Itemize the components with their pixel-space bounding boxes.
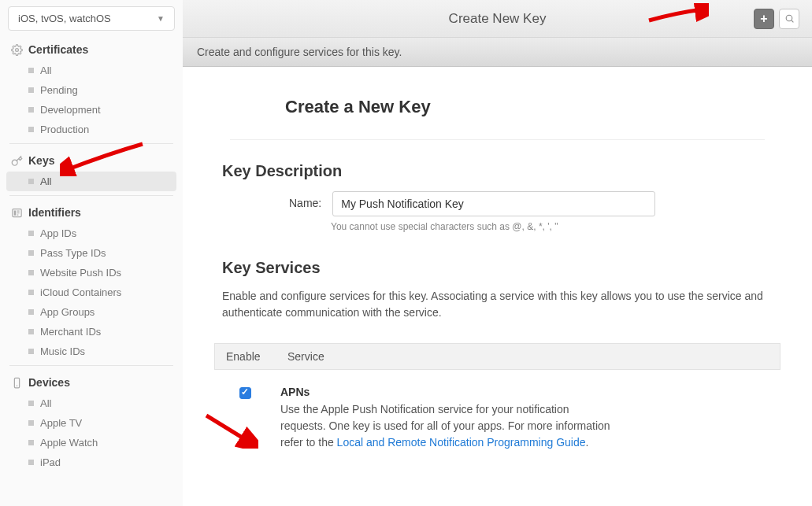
nav-item-devices-applewatch[interactable]: Apple Watch: [0, 433, 183, 452]
search-button[interactable]: [779, 9, 799, 29]
section-key-services-title: Key Services: [214, 259, 780, 288]
platform-label: iOS, tvOS, watchOS: [18, 13, 111, 24]
service-description: Use the Apple Push Notification service …: [280, 401, 611, 451]
nav-item-certificates-production[interactable]: Production: [0, 120, 183, 139]
content-area: Create a New Key Key Description Name: Y…: [183, 67, 812, 506]
section-devices[interactable]: Devices: [0, 370, 183, 393]
bullet-icon: [28, 270, 34, 275]
bullet-icon: [28, 127, 34, 132]
bullet-icon: [28, 349, 34, 354]
page-heading: Create a New Key: [214, 67, 780, 139]
divider: [9, 143, 173, 144]
bullet-icon: [28, 440, 34, 445]
nav-item-pass-type-ids[interactable]: Pass Type IDs: [0, 243, 183, 263]
add-button[interactable]: +: [754, 9, 774, 29]
bullet-icon: [28, 401, 34, 406]
bullet-icon: [28, 107, 34, 113]
col-enable: Enable: [226, 350, 265, 363]
bullet-icon: [28, 309, 34, 315]
main-panel: Create New Key + Create and configure se…: [183, 0, 812, 506]
svg-point-4: [786, 15, 792, 21]
topbar: Create New Key +: [183, 0, 812, 38]
service-name: APNs: [280, 386, 769, 398]
nav-item-devices-all[interactable]: All: [0, 393, 183, 413]
section-title: Devices: [28, 376, 70, 389]
name-label: Name:: [289, 191, 321, 209]
bullet-icon: [28, 329, 34, 334]
nav-item-keys-all[interactable]: All: [6, 172, 176, 191]
bullet-icon: [28, 460, 34, 465]
key-services-description: Enable and configure services for this k…: [214, 288, 780, 335]
bullet-icon: [28, 87, 34, 93]
chevron-down-icon: ▼: [157, 14, 165, 23]
search-icon: [784, 13, 795, 24]
nav-item-icloud-containers[interactable]: iCloud Containers: [0, 283, 183, 302]
sub-header: Create and configure services for this k…: [183, 38, 812, 67]
nav-item-app-groups[interactable]: App Groups: [0, 302, 183, 322]
nav-item-app-ids[interactable]: App IDs: [0, 223, 183, 243]
nav-item-website-push-ids[interactable]: Website Push IDs: [0, 263, 183, 283]
section-keys[interactable]: Keys: [0, 148, 183, 172]
plus-icon: +: [760, 12, 767, 26]
nav-item-certificates-development[interactable]: Development: [0, 100, 183, 120]
nav-item-certificates-pending[interactable]: Pending: [0, 80, 183, 100]
programming-guide-link[interactable]: Local and Remote Notification Programmin…: [337, 436, 586, 449]
sidebar: iOS, tvOS, watchOS ▼ Certificates All Pe…: [0, 0, 183, 506]
nav-item-music-ids[interactable]: Music IDs: [0, 342, 183, 361]
nav-item-merchant-ids[interactable]: Merchant IDs: [0, 322, 183, 342]
bullet-icon: [28, 250, 34, 256]
bullet-icon: [28, 231, 34, 236]
service-row-apns: APNs Use the Apple Push Notification ser…: [214, 370, 780, 457]
key-icon: [11, 155, 23, 167]
platform-dropdown[interactable]: iOS, tvOS, watchOS ▼: [8, 6, 175, 31]
device-icon: [11, 377, 23, 389]
divider: [9, 365, 173, 366]
nav-item-certificates-all[interactable]: All: [0, 61, 183, 80]
svg-point-0: [16, 48, 19, 51]
services-table-header: Enable Service: [214, 343, 780, 370]
bullet-icon: [28, 179, 34, 184]
name-hint: You cannot use special characters such a…: [214, 216, 780, 232]
bullet-icon: [28, 290, 34, 295]
nav-item-devices-appletv[interactable]: Apple TV: [0, 413, 183, 433]
col-service: Service: [287, 350, 324, 363]
name-input[interactable]: [332, 191, 655, 216]
nav-item-devices-ipad[interactable]: iPad: [0, 452, 183, 472]
bullet-icon: [28, 68, 34, 73]
id-icon: [11, 207, 23, 219]
bullet-icon: [28, 420, 34, 426]
divider: [230, 139, 765, 140]
section-certificates[interactable]: Certificates: [0, 37, 183, 61]
section-identifiers[interactable]: Identifiers: [0, 200, 183, 223]
page-title: Create New Key: [449, 11, 547, 27]
section-title: Certificates: [28, 43, 88, 56]
section-title: Keys: [28, 154, 54, 167]
divider: [9, 195, 173, 196]
section-title: Identifiers: [28, 206, 81, 219]
section-key-description-title: Key Description: [214, 162, 780, 191]
svg-line-5: [791, 20, 792, 22]
gear-icon: [11, 44, 23, 56]
apns-checkbox[interactable]: [239, 387, 251, 399]
